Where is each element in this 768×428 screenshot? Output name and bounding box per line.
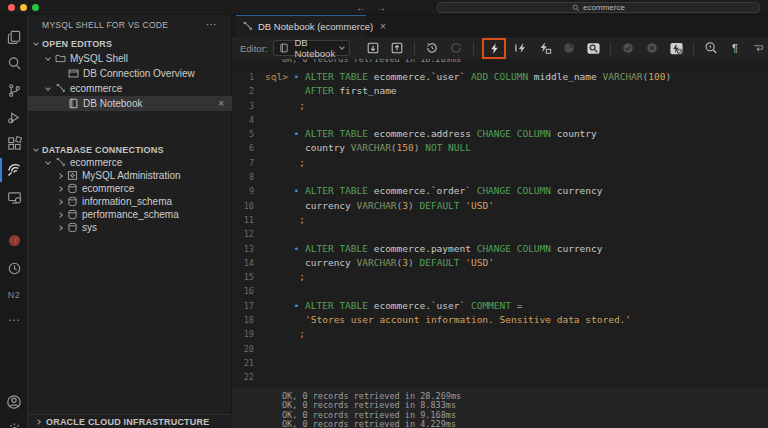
overview-icon — [68, 68, 79, 79]
chevron-down-icon — [339, 44, 345, 50]
line-number: 14 — [232, 256, 254, 270]
extensions-icon[interactable] — [0, 131, 28, 155]
code-line[interactable]: 4 — [232, 113, 768, 127]
word-wrap-icon[interactable] — [750, 39, 768, 57]
execute-block-icon[interactable] — [485, 39, 503, 57]
code-line[interactable]: 12 — [232, 227, 768, 241]
chevron-right-icon[interactable] — [57, 186, 63, 192]
settings-gear-icon[interactable] — [0, 417, 28, 428]
autocommit-icon[interactable] — [667, 39, 685, 57]
redo-icon[interactable] — [447, 39, 465, 57]
code-line[interactable]: 17 • ALTER TABLE ecommerce.`user` COMMEN… — [232, 299, 768, 313]
tree-item-ecommerce[interactable]: ecommerce — [28, 182, 232, 195]
stop-icon[interactable] — [560, 39, 578, 57]
chevron-right-icon[interactable] — [57, 199, 63, 205]
tree-item-ecommerce[interactable]: ecommerce — [28, 81, 232, 96]
section-label: DATABASE CONNECTIONS — [42, 145, 164, 155]
preview-icon[interactable] — [584, 39, 602, 57]
code-area[interactable]: 1sql> • ALTER TABLE ecommerce.`user` ADD… — [232, 67, 768, 385]
more-icon[interactable]: ⋯ — [0, 308, 28, 332]
code-line[interactable]: 10 currency VARCHAR(3) DEFAULT 'USD' — [232, 199, 768, 213]
notebook-selector-dropdown[interactable]: DB Notebook — [273, 40, 350, 56]
chevron-down-icon[interactable] — [45, 55, 51, 61]
history-icon[interactable] — [423, 39, 441, 57]
schema-icon — [67, 196, 78, 207]
tree-item-performance-schema[interactable]: performance_schema — [28, 208, 232, 221]
tree-item-db-notebook[interactable]: DB Notebook× — [28, 96, 232, 111]
execute-to-text-icon[interactable] — [536, 39, 554, 57]
tree-item-db-connection-overview[interactable]: DB Connection Overview — [28, 66, 232, 81]
chevron-down-icon[interactable] — [45, 159, 51, 165]
tree-section-header[interactable]: OPEN EDITORS — [28, 36, 232, 51]
tree-item-ecommerce[interactable]: ecommerce — [28, 156, 232, 169]
minimize-window-button[interactable] — [20, 4, 27, 11]
close-icon[interactable]: × — [218, 98, 224, 109]
folder-icon — [55, 53, 66, 64]
execute-block-advance-icon[interactable] — [512, 39, 530, 57]
line-source: • ALTER TABLE ecommerce.payment CHANGE C… — [265, 242, 603, 256]
run-debug-icon[interactable] — [0, 105, 28, 129]
code-line[interactable]: 11 ; — [232, 213, 768, 227]
commit-icon[interactable] — [619, 39, 637, 57]
code-line[interactable]: 20 — [232, 342, 768, 356]
code-line[interactable]: 21 — [232, 356, 768, 370]
pilcrow-icon[interactable]: ¶ — [726, 39, 744, 57]
tree-item-sys[interactable]: sys — [28, 221, 232, 234]
tree-item-mysql-shell[interactable]: MySQL Shell — [28, 51, 232, 66]
line-source: ; — [265, 270, 305, 284]
code-line[interactable]: 7 ; — [232, 156, 768, 170]
code-line[interactable]: 2 AFTER first_name — [232, 84, 768, 98]
code-line[interactable]: 14 currency VARCHAR(3) DEFAULT 'USD' — [232, 256, 768, 270]
code-line[interactable]: 22 — [232, 370, 768, 384]
tree-item-mysql-administration[interactable]: MySQL Administration — [28, 169, 232, 182]
code-line[interactable]: 15 ; — [232, 270, 768, 284]
search-sidebar-icon[interactable] — [0, 51, 28, 75]
search-value: ecommerce — [583, 3, 625, 12]
chevron-down-icon[interactable] — [45, 85, 51, 91]
code-line[interactable]: 18 'Stores user account information. Sen… — [232, 313, 768, 327]
chevron-right-icon[interactable] — [57, 225, 63, 231]
source-control-icon[interactable] — [0, 78, 28, 102]
history-clock-icon[interactable] — [0, 256, 28, 280]
code-line[interactable]: 8 — [232, 170, 768, 184]
load-notebook-icon[interactable] — [388, 39, 406, 57]
tree-item-information-schema[interactable]: information_schema — [28, 195, 232, 208]
close-window-button[interactable] — [8, 4, 15, 11]
line-number: 1 — [232, 70, 254, 84]
oracle-cloud-icon[interactable] — [0, 228, 28, 252]
code-line[interactable]: 19 ; — [232, 327, 768, 341]
command-center-search[interactable]: ecommerce — [437, 2, 760, 13]
code-line[interactable]: 9 • ALTER TABLE ecommerce.`order` CHANGE… — [232, 184, 768, 198]
mysql-shell-icon[interactable] — [0, 158, 28, 182]
section-label: ORACLE CLOUD INFRASTRUCTURE — [46, 417, 209, 427]
remote-explorer-icon[interactable] — [0, 185, 28, 209]
code-line[interactable]: 3 ; — [232, 99, 768, 113]
code-line[interactable]: 5 • ALTER TABLE ecommerce.address CHANGE… — [232, 127, 768, 141]
code-line[interactable]: 13 • ALTER TABLE ecommerce.payment CHANG… — [232, 242, 768, 256]
open-editors-tree: OPEN EDITORSMySQL ShellDB Connection Ove… — [28, 36, 232, 111]
tab-db-notebook[interactable]: DB Notebook (ecommerce) × — [236, 15, 366, 37]
tree-item-label: MySQL Administration — [82, 170, 181, 181]
line-source: currency VARCHAR(3) DEFAULT 'USD' — [265, 199, 494, 213]
find-icon[interactable] — [702, 39, 720, 57]
code-line[interactable]: 1sql> • ALTER TABLE ecommerce.`user` ADD… — [232, 70, 768, 84]
tab-close-icon[interactable]: × — [380, 21, 386, 32]
zoom-window-button[interactable] — [32, 4, 39, 11]
sidebar-more-icon[interactable]: ⋯ — [206, 18, 217, 31]
chevron-right-icon — [35, 419, 41, 425]
account-icon[interactable] — [0, 390, 28, 414]
explorer-icon[interactable] — [0, 25, 28, 49]
nav-forward-icon[interactable]: → — [376, 0, 386, 15]
sidebar-item-oracle-cloud-infrastructure[interactable]: ORACLE CLOUD INFRASTRUCTURE — [28, 414, 232, 428]
toolbar-separator — [610, 42, 611, 55]
code-line[interactable]: 6 country VARCHAR(150) NOT NULL — [232, 141, 768, 155]
chevron-right-icon[interactable] — [57, 173, 63, 179]
nav-back-icon[interactable]: ← — [356, 0, 366, 15]
code-line[interactable]: 16 — [232, 284, 768, 298]
rollback-icon[interactable] — [643, 39, 661, 57]
tree-section-header[interactable]: DATABASE CONNECTIONS — [28, 143, 232, 156]
n2-extension-icon[interactable]: N2 — [0, 283, 28, 307]
line-number: 5 — [232, 127, 254, 141]
save-notebook-icon[interactable] — [364, 39, 382, 57]
chevron-right-icon[interactable] — [57, 212, 63, 218]
